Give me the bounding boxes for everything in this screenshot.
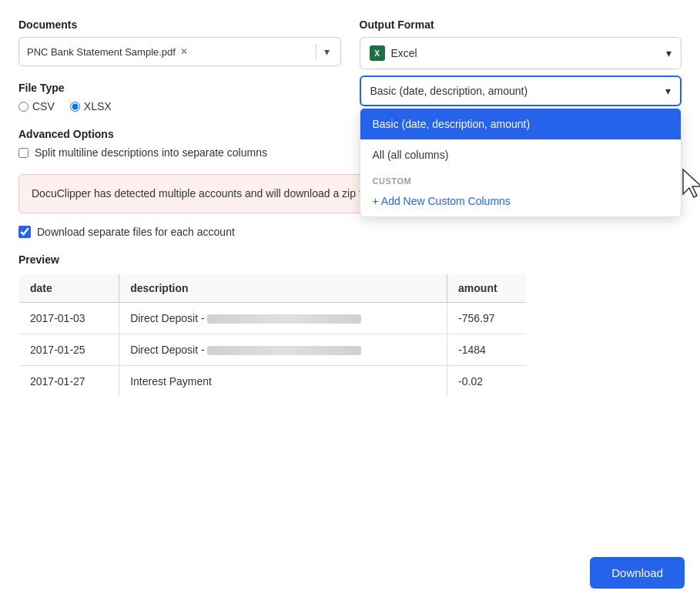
divider (316, 44, 317, 59)
preview-section: Preview date description amount 2017-01-… (18, 253, 682, 398)
documents-box: PNC Bank Statement Sample.pdf ✕ ▾ (18, 37, 341, 66)
col-header-description: description (119, 274, 447, 303)
xlsx-radio[interactable] (70, 102, 80, 112)
cell-date-0: 2017-01-03 (19, 303, 119, 334)
csv-label: CSV (32, 100, 55, 112)
file-name: PNC Bank Statement Sample.pdf (27, 46, 176, 58)
dropdown-item-all[interactable]: All (all columns) (360, 139, 682, 170)
file-type-radio-group: CSV XLSX (18, 100, 341, 112)
columns-dropdown-menu: Basic (date, description, amount) All (a… (360, 108, 682, 217)
cell-date-1: 2017-01-25 (19, 334, 119, 366)
preview-table: date description amount 2017-01-03 Direc… (18, 273, 527, 398)
advanced-options-label: Advanced Options (18, 128, 341, 140)
table-row: 2017-01-03 Direct Deposit - -756.97 (19, 303, 527, 334)
cell-description-1: Direct Deposit - (119, 334, 447, 366)
columns-select[interactable]: Basic (date, description, amount) ▾ (360, 76, 682, 106)
remove-file-icon[interactable]: ✕ (180, 46, 188, 57)
cell-description-0: Direct Deposit - (119, 303, 447, 334)
output-format-label: Output Format (360, 18, 682, 31)
documents-chevron-button[interactable]: ▾ (321, 44, 333, 59)
output-format-chevron: ▾ (666, 47, 672, 59)
columns-select-wrapper: Basic (date, description, amount) ▾ Basi… (360, 76, 682, 106)
output-format-select[interactable]: X Excel ▾ (360, 37, 682, 69)
columns-select-value: Basic (date, description, amount) (370, 85, 528, 97)
dropdown-item-basic[interactable]: Basic (date, description, amount) (360, 109, 682, 139)
table-row: 2017-01-27 Interest Payment -0.02 (19, 366, 527, 398)
xlsx-label: XLSX (84, 100, 112, 112)
download-separate-checkbox[interactable] (18, 226, 31, 238)
download-separate-text: Download separate files for each account (37, 226, 235, 238)
file-type-section: File Type CSV XLSX (18, 82, 341, 112)
cursor-overlay (680, 168, 700, 201)
csv-radio-label[interactable]: CSV (18, 100, 55, 112)
split-multiline-label[interactable]: Split multiline descriptions into separa… (18, 146, 341, 159)
doc-actions: ▾ (316, 44, 333, 59)
blurred-text-0 (207, 314, 361, 324)
download-separate-label[interactable]: Download separate files for each account (18, 226, 682, 238)
preview-label: Preview (18, 253, 682, 266)
dropdown-custom-label: CUSTOM (360, 170, 682, 189)
table-header-row: date description amount (19, 274, 527, 303)
csv-radio[interactable] (18, 102, 28, 112)
cell-amount-0: -756.97 (447, 303, 527, 334)
table-row: 2017-01-25 Direct Deposit - -1484 (19, 334, 527, 366)
file-type-label: File Type (18, 82, 341, 94)
file-tag: PNC Bank Statement Sample.pdf ✕ (27, 46, 188, 58)
cell-date-2: 2017-01-27 (19, 366, 119, 398)
split-multiline-checkbox[interactable] (18, 148, 28, 158)
dropdown-add-custom[interactable]: + Add New Custom Columns (360, 189, 682, 216)
advanced-options-section: Advanced Options Split multiline descrip… (18, 128, 341, 159)
cell-amount-2: -0.02 (447, 366, 527, 398)
columns-chevron: ▾ (665, 85, 671, 97)
output-format-value: Excel (391, 47, 417, 59)
col-header-date: date (19, 274, 119, 303)
excel-icon: X (370, 45, 385, 61)
col-header-amount: amount (447, 274, 527, 303)
output-format-left: X Excel (370, 45, 417, 61)
xlsx-radio-label[interactable]: XLSX (70, 100, 112, 112)
cell-description-2: Interest Payment (119, 366, 447, 398)
cell-amount-1: -1484 (447, 334, 527, 366)
documents-label: Documents (18, 18, 341, 31)
blurred-text-1 (207, 346, 361, 355)
download-button-container: Download (590, 557, 685, 589)
download-button[interactable]: Download (590, 557, 685, 589)
split-multiline-text: Split multiline descriptions into separa… (35, 146, 267, 159)
